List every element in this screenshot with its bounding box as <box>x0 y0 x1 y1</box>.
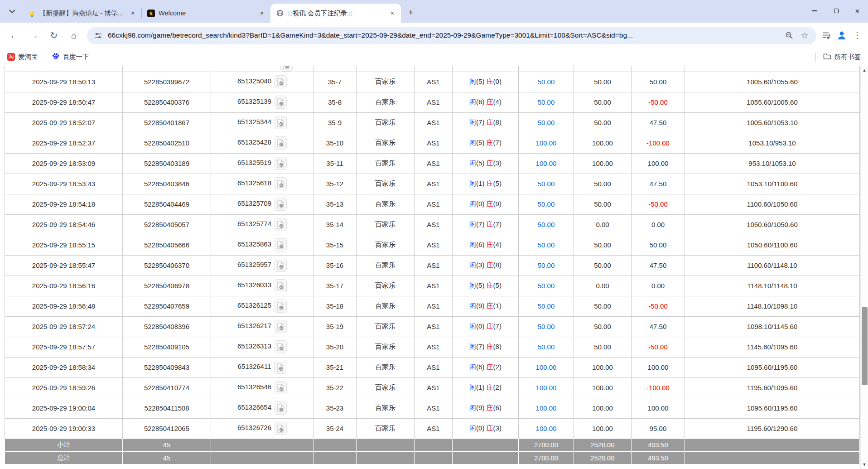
table-row: 2025-09-29 18:53:09522850403189651325519… <box>5 153 860 174</box>
site-info-icon[interactable] <box>92 30 103 41</box>
tab-close-icon[interactable]: × <box>388 9 396 17</box>
video-replay-button[interactable] <box>275 75 287 88</box>
banker-label: 庄 <box>487 281 493 289</box>
bet-amount-link[interactable]: 100.00 <box>536 160 557 167</box>
video-replay-button[interactable] <box>275 300 287 313</box>
tab-close-icon[interactable]: × <box>129 9 137 17</box>
zoom-icon[interactable] <box>784 30 795 41</box>
player-label: 闲 <box>469 424 476 432</box>
video-replay-button[interactable] <box>275 381 287 394</box>
video-replay-button[interactable] <box>275 136 287 150</box>
cell-time: 2025-09-29 18:54:18 <box>5 194 123 214</box>
cell-valid-amount: 50.00 <box>574 174 632 194</box>
player-label: 闲 <box>469 179 476 187</box>
video-replay-button[interactable] <box>275 259 287 272</box>
banker-label: 庄 <box>487 302 493 309</box>
profile-avatar-icon[interactable] <box>836 30 847 41</box>
bet-amount-link[interactable]: 50.00 <box>538 241 555 249</box>
tab-haiyan-forum[interactable]: 【新提醒】海燕论坛 - 博学交流 × <box>23 4 141 23</box>
bet-amount-link[interactable]: 50.00 <box>538 98 555 106</box>
bet-amount-link[interactable]: 50.00 <box>538 180 555 188</box>
cell-valid-amount: 50.00 <box>574 235 632 255</box>
tab-welcome[interactable]: ♞ Welcome × <box>142 4 270 23</box>
video-replay-button[interactable] <box>275 177 287 190</box>
bookmarks-bar: 淘 爱淘宝 du 百度一下 所有书签 <box>0 48 868 66</box>
bookmark-baidu[interactable]: du 百度一下 <box>52 52 89 62</box>
cell-bet-id: 522850405666 <box>123 235 211 255</box>
forward-button[interactable]: → <box>25 27 43 44</box>
bet-amount-link[interactable]: 100.00 <box>536 404 557 412</box>
bet-amount-link[interactable]: 50.00 <box>538 200 555 208</box>
scrollbar-thumb[interactable] <box>862 307 868 385</box>
tab-title: Welcome <box>159 10 254 17</box>
bet-amount-link[interactable]: 100.00 <box>536 384 557 392</box>
bet-table-body: 2025-09-29 18:50:13522850399672651325040… <box>5 66 860 464</box>
cell-bet-id: 522850412065 <box>123 418 211 439</box>
cell-bet-detail: 闲(0) 庄(3) <box>453 418 519 439</box>
tab-bet-records[interactable]: :::视讯 会员下注纪录::: × <box>270 4 401 23</box>
video-replay-button[interactable] <box>275 116 287 129</box>
cell-valid-amount: 50.00 <box>574 255 632 276</box>
video-replay-button[interactable] <box>275 401 287 415</box>
video-replay-button[interactable] <box>275 218 287 231</box>
cell-game: 百家乐 <box>357 153 415 174</box>
bet-amount-link[interactable]: 50.00 <box>538 221 555 228</box>
video-replay-button[interactable] <box>275 320 287 333</box>
cell-bet-amount: 50.00 <box>519 214 574 235</box>
bookmarks-divider <box>815 53 816 62</box>
cell-time: 2025-09-29 18:52:07 <box>5 112 123 133</box>
cell-time: 2025-09-29 18:53:43 <box>5 174 123 194</box>
cell-table-no: 35-7 <box>313 72 357 92</box>
cell-balance: 1100.60/1050.60 <box>685 194 860 214</box>
close-button[interactable]: × <box>847 0 868 22</box>
cell-game: 百家乐 <box>357 133 415 153</box>
home-button[interactable]: ⌂ <box>65 27 82 44</box>
cell-bet-id: 522850411508 <box>123 398 211 418</box>
cell-balance: 1100.60/1148.10 <box>685 255 860 276</box>
video-replay-button[interactable] <box>275 238 287 251</box>
vertical-scrollbar[interactable]: ▲ ▼ <box>860 66 868 469</box>
bet-amount-link[interactable]: 50.00 <box>538 78 555 86</box>
video-replay-button[interactable] <box>275 96 287 109</box>
back-button[interactable]: ← <box>5 27 23 44</box>
scroll-up-icon[interactable]: ▲ <box>861 67 868 74</box>
bet-amount-link[interactable]: 100.00 <box>536 139 557 147</box>
minimize-button[interactable] <box>804 0 825 22</box>
maximize-button[interactable] <box>825 0 847 22</box>
video-replay-button[interactable] <box>275 279 287 292</box>
cell-round-id: 651325139 <box>211 92 313 112</box>
bet-amount-link[interactable]: 50.00 <box>538 323 555 330</box>
bet-amount-link[interactable]: 50.00 <box>538 261 555 269</box>
video-replay-button[interactable] <box>275 340 287 353</box>
media-controls-icon[interactable] <box>821 30 832 41</box>
all-bookmarks-button[interactable]: 所有书签 <box>823 53 861 61</box>
bet-amount-link[interactable]: 100.00 <box>536 425 557 432</box>
video-replay-button[interactable] <box>275 198 287 211</box>
cell-bet-amount: 50.00 <box>519 72 574 92</box>
menu-icon[interactable]: ⋮ <box>852 30 863 41</box>
bet-amount-link[interactable]: 50.00 <box>538 282 555 290</box>
bet-amount-link[interactable]: 100.00 <box>536 363 557 371</box>
video-replay-button[interactable] <box>274 361 286 374</box>
cell-bet-id: 522850410774 <box>123 377 211 398</box>
address-bar[interactable]: 66cxkj98.com/game/betrecord_search/kind3… <box>87 27 816 44</box>
banker-label: 庄 <box>487 424 493 432</box>
tab-search-button[interactable] <box>5 4 20 19</box>
cell-table-no: 35-19 <box>313 316 357 337</box>
new-tab-button[interactable]: + <box>404 5 418 19</box>
reload-button[interactable]: ↻ <box>45 27 63 44</box>
tab-close-icon[interactable]: × <box>258 9 266 17</box>
video-replay-button[interactable] <box>275 157 287 170</box>
table-row: 2025-09-29 19:00:33522850412065651326726… <box>5 418 860 439</box>
bet-amount-link[interactable]: 50.00 <box>538 302 555 310</box>
url-text[interactable]: 66cxkj98.com/game/betrecord_search/kind3… <box>108 31 779 39</box>
cell-result: 47.50 <box>632 316 685 337</box>
scroll-down-icon[interactable]: ▼ <box>861 461 868 468</box>
bookmark-star-icon[interactable]: ☆ <box>799 30 810 41</box>
bet-amount-link[interactable]: 50.00 <box>538 343 555 351</box>
video-replay-button[interactable] <box>275 422 287 435</box>
bet-amount-link[interactable]: 50.00 <box>538 119 555 126</box>
video-replay-button[interactable] <box>280 66 293 72</box>
cell-bet-amount: 50.00 <box>519 337 574 357</box>
bookmark-taobao[interactable]: 淘 爱淘宝 <box>7 53 38 61</box>
